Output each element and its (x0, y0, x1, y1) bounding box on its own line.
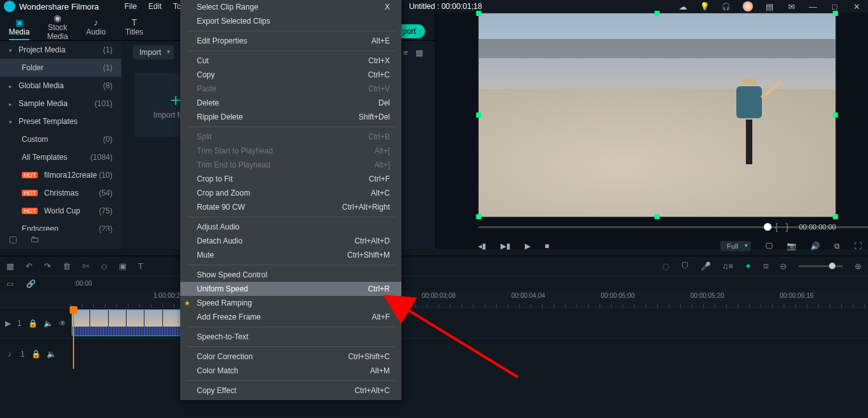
cloud-icon[interactable] (678, 1, 688, 12)
shield-icon[interactable]: ⛉ (681, 261, 689, 271)
layout-icon[interactable]: ▦ (6, 261, 14, 271)
avatar-icon[interactable] (743, 1, 753, 12)
ctx-edit-properties[interactable]: Edit PropertiesAlt+E (180, 34, 401, 48)
ctx-speech-to-text[interactable]: Speech-to-Text (180, 330, 401, 344)
messages-icon[interactable] (786, 1, 796, 12)
sidebar-item[interactable]: HOTChristmas(54) (0, 184, 121, 202)
context-menu: Select Clip RangeXExport Selected ClipsE… (180, 0, 401, 400)
mark-in-icon[interactable]: { (775, 222, 779, 232)
ctx-export-selected-clips[interactable]: Export Selected Clips (180, 14, 401, 28)
ctx-copy-effect[interactable]: Copy EffectCtrl+Alt+C (180, 383, 401, 398)
sidebar-item[interactable]: All Templates(1084) (0, 148, 121, 166)
ctx-cut[interactable]: CutCtrl+X (180, 54, 401, 68)
ctx-adjust-audio[interactable]: Adjust Audio (180, 220, 401, 234)
import-dropdown[interactable]: Import (133, 45, 174, 59)
track-video-icon[interactable]: ▶ (5, 319, 11, 328)
tab-media[interactable]: ▣Media (0, 17, 38, 36)
mixer-icon[interactable]: ♫≡ (722, 261, 733, 271)
playhead[interactable] (73, 307, 74, 369)
volume-icon[interactable]: 🔊 (810, 242, 820, 251)
save-icon[interactable] (764, 1, 775, 12)
pip-icon[interactable]: ⧉ (834, 242, 840, 251)
ctx-color-correction[interactable]: Color CorrectionCtrl+Shift+C (180, 350, 401, 364)
mark-out-icon[interactable]: } (786, 222, 789, 232)
window-minimize[interactable] (808, 1, 818, 12)
audio-track[interactable]: ♪ 1 🔒 🔈 (0, 338, 868, 369)
sidebar-item[interactable]: Project Media(1) (0, 41, 121, 59)
delete-icon[interactable]: 🗑 (63, 261, 71, 271)
sidebar-item[interactable]: Custom(0) (0, 130, 121, 148)
ctx-detach-audio[interactable]: Detach AudioCtrl+Alt+D (180, 234, 401, 248)
track-audio-icon[interactable]: ♪ (5, 350, 14, 359)
timeline-toolbar: ▦ ↶ ↷ 🗑 ✄ ◇ ▣ T ◌ ⛉ 🎤 ♫≡ ✦ ⧈ ⊖ ⊕ (0, 256, 868, 275)
marker-icon[interactable]: ◇ (101, 261, 107, 271)
mic-icon[interactable]: 🎤 (701, 261, 711, 271)
play-icon[interactable]: ▶ (525, 242, 531, 251)
sidebar-item[interactable]: Sample Media(101) (0, 95, 121, 112)
redo-icon[interactable]: ↷ (44, 261, 51, 271)
ctx-color-match[interactable]: Color MatchAlt+M (180, 364, 401, 378)
zoom-out-icon[interactable]: ⊖ (780, 261, 787, 271)
ctx-rotate-90-cw[interactable]: Rotate 90 CWCtrl+Alt+Right (180, 200, 401, 214)
ctx-crop-to-fit[interactable]: Crop to FitCtrl+F (180, 172, 401, 186)
markers-icon[interactable]: ⧈ (763, 261, 768, 271)
window-close[interactable] (851, 1, 862, 12)
split-icon[interactable]: ✄ (82, 261, 89, 271)
ctx-select-clip-range[interactable]: Select Clip RangeX (180, 0, 401, 14)
sidebar-item[interactable]: HOTWorld Cup(75) (0, 202, 121, 220)
grid-view-icon[interactable]: ▦ (415, 48, 423, 58)
auto-icon[interactable]: ✦ (745, 261, 752, 271)
sidebar-item[interactable]: HOTfilmora12create(10) (0, 166, 121, 184)
track-mute-icon[interactable]: 🔈 (43, 319, 52, 328)
stop-icon[interactable]: ■ (545, 242, 549, 251)
timeline-ruler[interactable]: 1:00:00:2000:00:03;0800:00:04;0400:00:05… (0, 291, 868, 307)
track-lock-icon[interactable]: 🔒 (31, 350, 40, 359)
sidebar-item[interactable]: Global Media(8) (0, 77, 121, 95)
fullscreen-icon[interactable]: ⛶ (854, 242, 862, 251)
track-lock-icon[interactable]: 🔒 (28, 319, 37, 328)
tab-stock[interactable]: ◉Stock Media (38, 13, 77, 41)
timeline-clip[interactable] (72, 309, 182, 336)
preview-controls: ◂▮ ▶▮ ▶ ■ Full 🖵 📷 🔊 ⧉ ⛶ (478, 238, 862, 254)
render-icon[interactable]: ◌ (662, 261, 669, 271)
preview-scrub[interactable]: { } 00:00:00:00 (478, 222, 836, 231)
bin-icon[interactable]: ▢ (9, 234, 17, 244)
ctx-show-speed-control[interactable]: Show Speed Control (180, 268, 401, 282)
ctx-delete[interactable]: DeleteDel (180, 96, 401, 110)
ctx-copy[interactable]: CopyCtrl+C (180, 68, 401, 82)
ruler-tick: 00:00:05;00 (601, 292, 635, 299)
preview-video[interactable] (478, 13, 836, 217)
video-track[interactable]: ▶ 1 🔒 🔈 👁 (0, 307, 868, 338)
ctx-mute[interactable]: MuteCtrl+Shift+M (180, 248, 401, 262)
crop-icon[interactable]: ▣ (119, 261, 127, 271)
track-visible-icon[interactable]: 👁 (59, 319, 66, 328)
text-icon[interactable]: T (138, 261, 143, 271)
ctx-ripple-delete[interactable]: Ripple DeleteShift+Del (180, 110, 401, 124)
prev-frame-icon[interactable]: ◂▮ (478, 242, 486, 251)
snapshot-icon[interactable]: 📷 (787, 242, 796, 251)
zoom-slider[interactable] (798, 265, 843, 267)
link-icon[interactable]: 🔗 (26, 279, 36, 288)
sort-icon[interactable]: ≡ (403, 48, 408, 58)
play-pause-icon[interactable]: ▶▮ (500, 242, 511, 251)
preview-quality-dropdown[interactable]: Full (720, 241, 751, 251)
tab-titles[interactable]: TTitles (115, 17, 153, 36)
undo-icon[interactable]: ↶ (26, 261, 33, 271)
ctx-speed-ramping[interactable]: ★Speed Ramping (180, 296, 401, 310)
window-maximize[interactable] (830, 1, 840, 12)
ctx-uniform-speed[interactable]: Uniform SpeedCtrl+R (180, 282, 401, 296)
support-icon[interactable] (721, 1, 731, 12)
track-mute-icon[interactable]: 🔈 (47, 350, 56, 359)
ctx-add-freeze-frame[interactable]: Add Freeze FrameAlt+F (180, 310, 401, 324)
ctx-crop-and-zoom[interactable]: Crop and ZoomAlt+C (180, 186, 401, 200)
menu-file[interactable]: File (125, 2, 137, 11)
sidebar-item[interactable]: Folder(1) (0, 59, 121, 77)
tips-icon[interactable] (699, 1, 709, 12)
select-mode-icon[interactable]: ▭ (6, 279, 13, 288)
menu-edit[interactable]: Edit (148, 2, 162, 11)
zoom-in-icon[interactable]: ⊕ (855, 261, 862, 271)
tab-audio[interactable]: ♪Audio (77, 17, 115, 36)
sidebar-item[interactable]: Preset Templates (0, 112, 121, 130)
monitor-icon[interactable]: 🖵 (765, 242, 773, 251)
folder-icon[interactable]: 🗀 (30, 234, 39, 244)
